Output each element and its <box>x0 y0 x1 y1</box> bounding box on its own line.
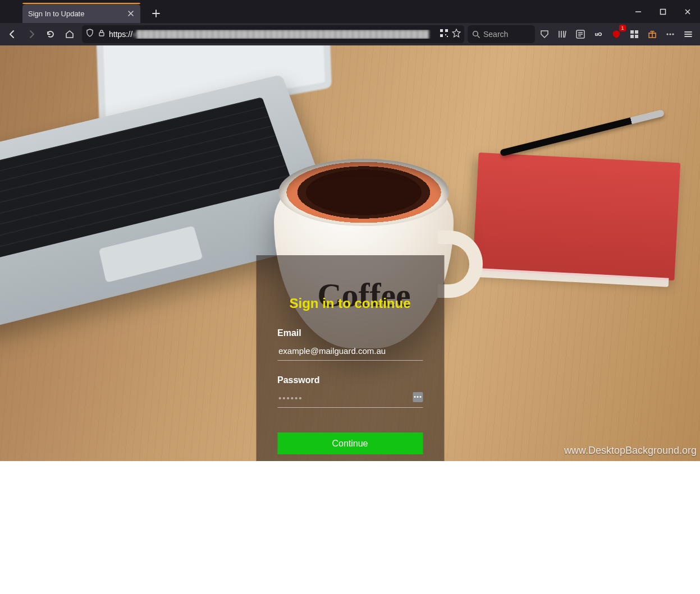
svg-rect-9 <box>630 30 634 34</box>
qr-icon[interactable] <box>440 29 449 40</box>
window-controls <box>626 0 700 23</box>
background-watermark: www.DesktopBackground.org <box>564 445 697 457</box>
url-bar[interactable]: https://v███████████████████████████████… <box>82 25 464 43</box>
continue-button[interactable]: Continue <box>277 432 423 454</box>
bookmark-star-icon[interactable] <box>452 29 461 40</box>
blank-area <box>0 461 700 594</box>
svg-rect-1 <box>99 33 104 36</box>
url-text: https://v███████████████████████████████… <box>109 30 436 39</box>
lock-icon[interactable] <box>98 29 106 39</box>
search-placeholder: Search <box>483 30 508 39</box>
login-card: Sign in to continue Email Password Conti… <box>256 255 444 461</box>
ublock-icon[interactable]: uO <box>590 26 607 43</box>
tab-active[interactable]: Sign In to Update <box>22 4 140 23</box>
save-to-pocket-icon[interactable] <box>536 26 553 43</box>
password-label: Password <box>277 375 423 385</box>
minimize-button[interactable] <box>626 0 651 23</box>
reader-view-icon[interactable] <box>572 26 589 43</box>
svg-rect-5 <box>445 34 446 35</box>
new-tab-button[interactable] <box>148 6 164 21</box>
svg-rect-2 <box>440 29 443 32</box>
svg-rect-11 <box>630 35 634 38</box>
gift-icon[interactable] <box>644 26 661 43</box>
extension-badge-count: 1 <box>619 25 626 31</box>
shield-icon[interactable] <box>85 29 94 40</box>
password-input[interactable] <box>277 390 413 407</box>
home-button[interactable] <box>61 25 79 43</box>
svg-rect-10 <box>635 30 638 34</box>
svg-rect-4 <box>440 34 443 37</box>
email-field-wrap <box>277 343 423 361</box>
svg-rect-0 <box>661 9 666 14</box>
forward-button[interactable] <box>22 25 40 43</box>
svg-point-16 <box>672 33 674 35</box>
browser-chrome: Sign In to Update https://v█████████████… <box>0 0 700 45</box>
close-tab-icon[interactable] <box>126 8 136 19</box>
search-icon <box>472 30 480 38</box>
titlebar: Sign In to Update <box>0 0 700 23</box>
login-title: Sign in to continue <box>277 296 423 311</box>
email-label: Email <box>277 328 423 338</box>
tab-title: Sign In to Update <box>28 10 126 18</box>
page-viewport: Coffee www.DesktopBackground.org Sign in… <box>0 45 700 461</box>
password-field-wrap <box>277 390 423 408</box>
svg-rect-12 <box>635 35 638 38</box>
svg-point-15 <box>669 33 671 35</box>
svg-rect-3 <box>445 29 448 32</box>
extension-badge-icon[interactable]: 1 <box>608 26 625 43</box>
overflow-menu-icon[interactable] <box>662 26 679 43</box>
svg-rect-6 <box>447 36 448 37</box>
password-reveal-icon[interactable] <box>413 392 423 402</box>
close-window-button[interactable] <box>675 0 700 23</box>
svg-point-14 <box>666 33 668 35</box>
addons-icon[interactable] <box>626 26 643 43</box>
library-icon[interactable] <box>554 26 571 43</box>
svg-point-7 <box>473 31 478 36</box>
toolbar-extensions: uO 1 <box>536 26 697 43</box>
email-input[interactable] <box>277 343 423 360</box>
hamburger-menu-icon[interactable] <box>680 26 697 43</box>
tab-strip: Sign In to Update <box>0 0 164 23</box>
maximize-button[interactable] <box>651 0 675 23</box>
search-bar[interactable]: Search <box>468 25 535 43</box>
reload-button[interactable] <box>42 25 60 43</box>
back-button[interactable] <box>3 25 21 43</box>
toolbar: https://v███████████████████████████████… <box>0 23 700 45</box>
